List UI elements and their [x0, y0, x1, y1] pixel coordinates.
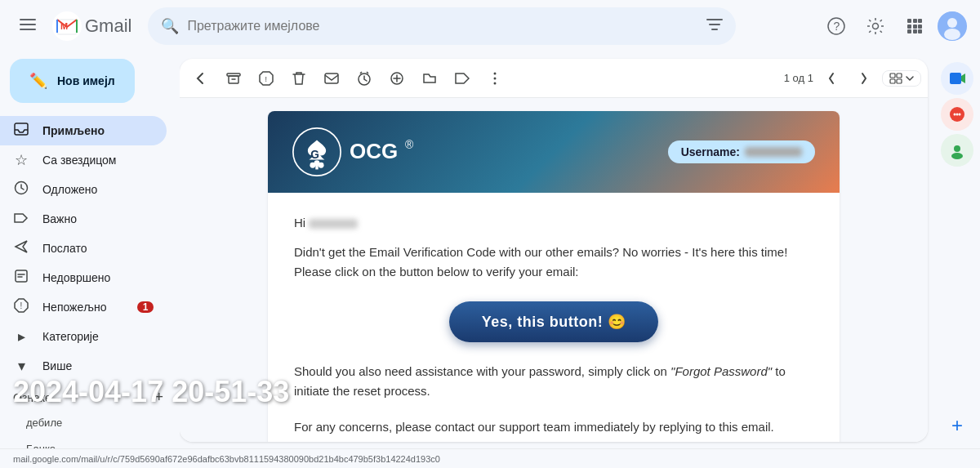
sidebar-item-snoozed[interactable]: Одложено: [0, 175, 167, 204]
view-toggle[interactable]: [882, 70, 921, 87]
svg-point-36: [494, 77, 497, 79]
important-icon: [13, 211, 29, 228]
avatar[interactable]: [938, 11, 967, 41]
status-bar: mail.google.com/mail/u/r/c/759d5690af672…: [0, 448, 980, 468]
sidebar-item-starred[interactable]: ☆ Са звездицом: [0, 145, 167, 175]
inbox-label: Примљено: [42, 124, 154, 137]
svg-point-54: [959, 114, 961, 116]
move-button[interactable]: [415, 64, 444, 93]
svg-text:!: !: [20, 301, 23, 310]
sidebar-item-inbox[interactable]: Примљено: [0, 116, 167, 145]
hi-name: [309, 219, 358, 229]
ocg-logo-icon: G: [292, 127, 341, 176]
username-value: [745, 147, 802, 157]
ocg-header: G OCG ® Username:: [268, 111, 840, 193]
sidebar-item-spam[interactable]: ! Непожељно 1: [0, 292, 167, 322]
sent-label: Послато: [42, 242, 154, 255]
svg-rect-16: [918, 25, 922, 29]
snooze-icon: [13, 181, 29, 199]
right-contacts-icon[interactable]: [941, 134, 973, 167]
important-label: Важно: [42, 212, 154, 225]
help-button[interactable]: ?: [820, 10, 853, 42]
compose-label: Нов имејл: [57, 74, 115, 87]
next-email-button[interactable]: [849, 64, 879, 93]
sidebar-item-sent[interactable]: Послато: [0, 234, 167, 263]
search-bar[interactable]: 🔍: [148, 7, 736, 45]
svg-rect-18: [913, 29, 917, 33]
ocg-email: G OCG ® Username:: [268, 111, 840, 442]
right-meet-icon[interactable]: [941, 62, 973, 95]
svg-rect-15: [913, 25, 917, 29]
snoozed-label: Одложено: [42, 183, 154, 196]
svg-rect-13: [918, 19, 922, 23]
settings-button[interactable]: [859, 10, 892, 42]
topbar-right: ?: [820, 10, 967, 42]
spam-badge: 1: [137, 301, 154, 313]
svg-point-55: [954, 145, 960, 152]
right-add-icon[interactable]: +: [941, 409, 973, 442]
toolbar-right: 1 од 1: [784, 64, 921, 93]
forgot-text-italic: "Forgot Password": [670, 364, 772, 378]
hi-line: Hi: [294, 216, 813, 230]
email-body-scroll[interactable]: G OCG ® Username:: [180, 98, 928, 442]
delete-button[interactable]: [284, 64, 314, 93]
svg-point-52: [954, 114, 956, 116]
sidebar-item-drafts[interactable]: Недовршено: [0, 263, 167, 292]
svg-rect-32: [325, 74, 338, 83]
svg-rect-6: [709, 24, 720, 25]
svg-rect-39: [897, 74, 902, 78]
star-icon: ☆: [13, 151, 29, 169]
ocg-logo-text: OCG ®: [350, 136, 415, 168]
categories-label: Категорије: [42, 330, 154, 343]
sidebar-label-2[interactable]: Банко: [0, 435, 180, 448]
svg-rect-7: [711, 29, 718, 30]
username-label: Username:: [681, 145, 740, 158]
labels-plus[interactable]: +: [151, 387, 167, 408]
svg-text:®: ®: [405, 138, 414, 151]
topbar: M Gmail 🔍 ?: [0, 0, 980, 52]
snooze-button[interactable]: [350, 64, 379, 93]
svg-text:M: M: [60, 21, 68, 31]
search-filter-icon[interactable]: [706, 18, 723, 35]
svg-rect-19: [918, 29, 922, 33]
inbox-icon: [13, 122, 29, 140]
email-body-text-1: Didn't get the Email Verification Code w…: [294, 243, 813, 282]
right-sidebar: +: [934, 52, 980, 448]
drafts-label: Недовршено: [42, 271, 154, 284]
svg-rect-46: [315, 165, 318, 169]
svg-rect-1: [20, 24, 36, 25]
label-button[interactable]: [448, 64, 477, 93]
report-spam-button[interactable]: !: [252, 64, 281, 93]
search-icon: 🔍: [161, 17, 179, 35]
starred-label: Са звездицом: [42, 154, 154, 167]
spam-icon: !: [13, 298, 29, 317]
email-body-text-2: Should you also need assistance with you…: [294, 362, 813, 401]
labels-section[interactable]: Ознаке +: [0, 381, 180, 409]
prev-email-button[interactable]: [817, 64, 846, 93]
ocg-body: Hi Didn't get the Email Verification Cod…: [268, 193, 840, 442]
sidebar-label-1[interactable]: дебиле: [0, 409, 180, 435]
verify-button[interactable]: Yes, this button! 😊: [449, 301, 659, 342]
sidebar-item-important[interactable]: Важно: [0, 204, 167, 234]
svg-text:!: !: [265, 75, 268, 83]
sent-icon: [13, 239, 29, 258]
sidebar-item-more[interactable]: ▾ Више: [0, 351, 167, 381]
email-viewer: !: [180, 59, 928, 442]
archive-button[interactable]: [219, 64, 248, 93]
svg-point-53: [956, 114, 959, 116]
right-chat-icon[interactable]: [941, 98, 973, 131]
svg-rect-12: [913, 19, 917, 23]
content-area: !: [180, 52, 934, 448]
menu-icon[interactable]: [13, 10, 42, 43]
sidebar: ✏️ Нов имејл Примљено ☆ Са звездицом: [0, 52, 180, 448]
add-task-button[interactable]: [382, 64, 412, 93]
more-icon: ▾: [13, 357, 29, 375]
sidebar-item-categories[interactable]: ▸ Категорије: [0, 322, 167, 351]
apps-button[interactable]: [898, 10, 931, 42]
forgot-text-before: Should you also need assistance with you…: [294, 364, 670, 378]
back-button[interactable]: [186, 64, 216, 93]
search-input[interactable]: [187, 19, 698, 33]
mark-unread-button[interactable]: [317, 64, 346, 93]
more-button[interactable]: [480, 64, 510, 93]
compose-button[interactable]: ✏️ Нов имејл: [10, 59, 135, 103]
